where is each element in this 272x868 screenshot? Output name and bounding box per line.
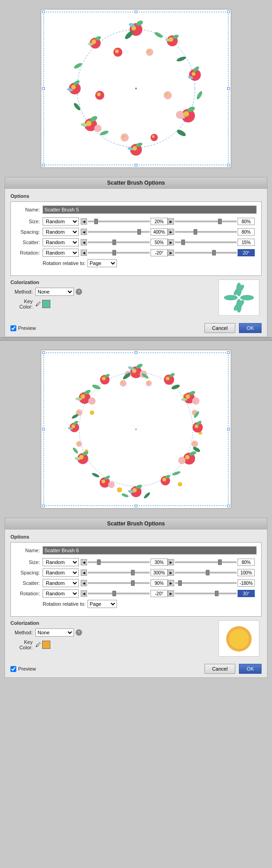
scatter-track-4[interactable] (175, 582, 237, 584)
info-icon-1[interactable]: ? (76, 289, 82, 295)
rotation-right-arrow-1[interactable]: ▶ (168, 250, 174, 256)
rotation-relative-dropdown-1[interactable]: Page (87, 259, 117, 267)
colorization-label-2: Colorization (10, 620, 211, 626)
scatter-min-value-2[interactable] (151, 579, 168, 587)
size-dropdown-2[interactable]: Random (43, 558, 79, 566)
preview-label-2: Preview (18, 666, 36, 672)
svg-point-127 (77, 411, 79, 413)
name-field-label-2: Name: (15, 548, 43, 553)
spacing-left-arrow-2[interactable]: ◀ (81, 569, 87, 576)
spacing-dropdown-2[interactable]: Random (43, 569, 79, 577)
size-min-value-1[interactable] (151, 218, 168, 225)
rotation-track-3[interactable] (88, 593, 150, 594)
svg-point-123 (193, 411, 195, 413)
spacing-max-value-1[interactable] (238, 228, 255, 235)
size-track-1[interactable] (88, 221, 150, 222)
color-swatch-1[interactable] (42, 300, 50, 308)
options-label-2: Options (10, 534, 262, 539)
rotation-dropdown-2[interactable]: Random (43, 589, 79, 598)
spacing-left-arrow-1[interactable]: ◀ (81, 229, 87, 235)
wreath-svg-1 (59, 16, 213, 161)
scatter-track-2[interactable] (175, 241, 237, 243)
scatter-track-3[interactable] (88, 582, 150, 584)
keycolor-label-1: Key Color: (10, 299, 35, 309)
svg-point-58 (224, 295, 238, 300)
scatter-label-1: Scatter: (15, 240, 43, 245)
name-input-2[interactable] (43, 546, 257, 554)
rotation-relative-dropdown-2[interactable]: Page (87, 600, 117, 608)
svg-point-137 (121, 493, 129, 498)
size-right-arrow-2[interactable]: ▶ (168, 559, 174, 565)
size-dropdown-1[interactable]: Random (43, 217, 79, 226)
canvas-area-2 (0, 341, 272, 518)
preview-checkbox-1[interactable] (10, 325, 16, 331)
size-left-arrow-2[interactable]: ◀ (81, 559, 87, 565)
scatter-max-value-2[interactable] (238, 579, 255, 587)
spacing-right-arrow-2[interactable]: ▶ (168, 569, 174, 576)
size-track-3[interactable] (88, 561, 150, 563)
spacing-right-arrow-1[interactable]: ▶ (168, 229, 174, 235)
spacing-min-value-1[interactable] (151, 228, 168, 235)
ok-button-1[interactable]: OK (239, 323, 262, 333)
scatter-track-1[interactable] (88, 241, 150, 243)
svg-point-37 (147, 50, 150, 53)
scatter-dropdown-2[interactable]: Random (43, 579, 79, 587)
color-swatch-2[interactable] (42, 641, 50, 649)
rotation-track-2[interactable] (175, 252, 237, 254)
size-left-arrow-1[interactable]: ◀ (81, 218, 87, 225)
svg-point-15 (184, 111, 189, 117)
scatter-max-value-1[interactable] (238, 239, 255, 246)
rotation-label-1: Rotation: (15, 250, 43, 255)
rotation-track-4[interactable] (175, 593, 237, 594)
scatter-min-value-1[interactable] (151, 239, 168, 246)
info-icon-2[interactable]: ? (76, 629, 82, 636)
size-right-arrow-1[interactable]: ▶ (168, 218, 174, 225)
size-max-value-1[interactable] (238, 218, 255, 225)
rotation-right-arrow-2[interactable]: ▶ (168, 590, 174, 597)
rotation-row-1: Rotation: Random ◀ ▶ (15, 249, 257, 257)
color-left-1: Colorization Method: None ? Key Color: 🖊 (10, 280, 211, 316)
spacing-track-4[interactable] (175, 572, 237, 574)
scatter-left-arrow-1[interactable]: ◀ (81, 239, 87, 245)
rotation-min-value-2[interactable] (151, 590, 168, 597)
size-track-4[interactable] (175, 561, 237, 563)
spacing-track-1[interactable] (88, 231, 150, 233)
size-track-2[interactable] (175, 221, 237, 222)
spacing-track-2[interactable] (175, 231, 237, 233)
rotation-max-value-1[interactable] (238, 249, 255, 256)
size-min-value-2[interactable] (151, 559, 168, 566)
spacing-track-3[interactable] (88, 572, 150, 574)
scatter-right-arrow-2[interactable]: ▶ (168, 580, 174, 586)
spacing-dropdown-1[interactable]: Random (43, 228, 79, 236)
name-row-2: Name: (15, 546, 257, 554)
ok-button-2[interactable]: OK (239, 664, 262, 674)
rotation-dropdown-1[interactable]: Random (43, 249, 79, 257)
svg-point-141 (92, 384, 101, 390)
rotation-left-arrow-2[interactable]: ◀ (81, 590, 87, 597)
rotation-min-value-1[interactable] (151, 249, 168, 256)
brush-preview-2 (219, 620, 259, 657)
method-dropdown-2[interactable]: None (35, 628, 74, 637)
scatter-right-arrow-1[interactable]: ▶ (168, 239, 174, 245)
eyedropper-1[interactable]: 🖊 (35, 301, 41, 307)
svg-point-125 (193, 442, 195, 444)
svg-point-83 (192, 397, 199, 405)
svg-point-27 (94, 125, 102, 132)
method-dropdown-1[interactable]: None (35, 288, 74, 296)
size-max-value-2[interactable] (238, 559, 255, 566)
rotation-max-value-2[interactable] (238, 590, 255, 597)
preview-checkbox-2[interactable] (10, 666, 16, 672)
rotation-track-1[interactable] (88, 252, 150, 254)
name-input-1[interactable] (43, 206, 257, 214)
cancel-button-1[interactable]: Cancel (204, 323, 235, 333)
scatter-dropdown-1[interactable]: Random (43, 238, 79, 246)
spacing-min-value-2[interactable] (151, 569, 168, 576)
method-row-2: Method: None ? (10, 628, 211, 637)
svg-point-143 (229, 629, 249, 649)
svg-point-77 (166, 377, 170, 380)
cancel-button-2[interactable]: Cancel (204, 664, 235, 674)
eyedropper-2[interactable]: 🖊 (35, 642, 41, 648)
rotation-left-arrow-1[interactable]: ◀ (81, 250, 87, 256)
spacing-max-value-2[interactable] (238, 569, 255, 576)
scatter-left-arrow-2[interactable]: ◀ (81, 580, 87, 586)
